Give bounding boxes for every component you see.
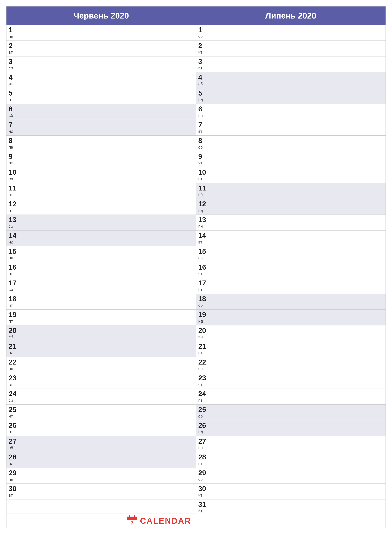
day-row [7,499,196,514]
day-row: 5 ПТ [7,88,196,104]
day-name: ЧТ [198,271,211,276]
day-number: 19 [9,311,22,318]
day-number: 11 [198,185,211,192]
day-name: ВТ [9,493,22,498]
day-content [214,104,386,120]
day-row: 18 СБ [196,294,386,310]
day-number-block: 23 ВТ [7,373,24,388]
day-number-block: 31 ПТ [196,499,214,515]
day-number-block: 26 ПТ [7,420,24,436]
day-number: 7 [198,121,211,128]
day-row: 12 НД [196,199,386,215]
day-number-block: 7 ВТ [196,120,214,135]
day-content [24,104,196,120]
day-number: 2 [9,42,22,49]
day-name: ПТ [9,430,22,434]
day-number-block: 6 СБ [7,104,24,120]
day-row: 4 СБ [196,72,386,88]
day-name: СБ [198,192,211,197]
day-number: 22 [9,359,22,366]
day-name: ВТ [9,271,22,276]
day-number-block: 15 СР [196,246,214,262]
day-row: 23 ЧТ [196,373,386,389]
day-number-block: 7 НД [7,120,24,135]
day-content [24,183,196,199]
day-content [24,57,196,72]
day-row: 30 ВТ [7,484,196,499]
day-number-block: 11 ЧТ [7,183,24,199]
july-title: Липень 2020 [265,11,316,20]
day-number-block: 4 СБ [196,72,214,88]
day-number: 18 [198,295,211,302]
june-header: Червень 2020 [7,7,196,25]
day-name: НД [198,208,211,213]
day-number: 23 [198,374,211,381]
day-row: 3 ПТ [196,57,386,72]
day-row: 29 ПН [7,468,196,484]
day-number: 6 [9,106,22,112]
day-content [24,136,196,151]
day-content [214,57,386,72]
day-number-block: 16 ВТ [7,262,24,278]
day-number-block: 21 НД [7,341,24,357]
day-row: 3 СР [7,57,196,72]
day-row: 10 ПТ [196,167,386,183]
day-content [24,357,196,373]
day-row: 14 ВТ [196,231,386,246]
day-name: СР [9,287,22,292]
day-number: 8 [198,137,211,144]
day-row: 13 СБ [7,215,196,231]
day-number-block: 9 ЧТ [196,151,214,167]
day-number: 13 [9,216,22,223]
day-content [24,468,196,483]
day-name: СБ [198,81,211,86]
day-row: 7 ВТ [196,120,386,136]
day-content [214,215,386,230]
day-name: ПН [9,477,22,482]
day-content [214,405,386,420]
day-number: 25 [198,406,211,413]
day-row: 19 НД [196,310,386,325]
day-name: ЧТ [9,192,22,197]
day-name: ПТ [198,66,211,71]
day-row: 30 ЧТ [196,484,386,499]
day-number-block: 3 ПТ [196,57,214,72]
day-number: 28 [198,453,211,460]
day-content [24,199,196,215]
day-number-block: 22 ПН [7,357,24,373]
day-row: 2 ВТ [7,41,196,57]
day-content [24,25,196,41]
day-number: 23 [9,374,22,381]
day-row: 6 СБ [7,104,196,120]
months-header: Червень 2020 Липень 2020 [7,7,385,25]
day-content [214,294,386,309]
june-days: 1 ПН 2 ВТ 3 СР 4 ЧТ [7,25,196,528]
day-number: 29 [9,469,22,476]
day-row: 27 ПН [196,436,386,452]
day-content [214,373,386,388]
day-number: 7 [9,121,22,128]
day-content [24,341,196,357]
day-name: СР [198,366,211,371]
day-name: ПН [9,145,22,150]
day-number: 14 [198,232,211,239]
day-content [24,373,196,388]
day-number: 11 [9,185,22,192]
day-content [214,246,386,262]
day-number-block: 17 ПТ [196,278,214,294]
day-content [24,151,196,167]
day-number: 24 [198,390,211,397]
day-content [24,72,196,88]
day-number-block: 14 ВТ [196,231,214,246]
day-number: 28 [9,453,22,460]
day-number-block: 13 СБ [7,215,24,230]
day-name: СР [198,477,211,482]
day-content [214,183,386,199]
day-number-block: 29 ПН [7,468,24,483]
day-number-block: 22 СР [196,357,214,373]
day-name: СР [198,256,211,260]
day-number-block: 27 ПН [196,436,214,452]
day-name: ВТ [9,382,22,387]
day-number: 29 [198,469,211,476]
day-number-block: 13 ПН [196,215,214,230]
